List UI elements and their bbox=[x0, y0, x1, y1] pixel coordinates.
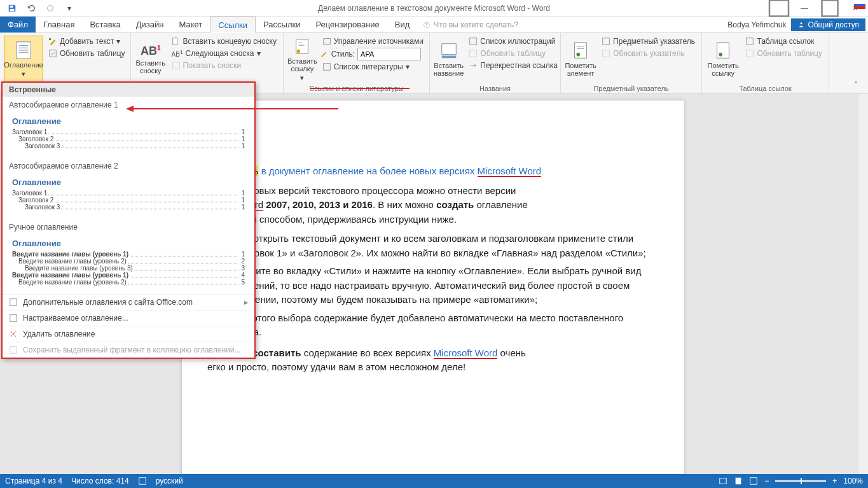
update-authorities-button: Обновить таблицу bbox=[743, 48, 825, 59]
save-icon[interactable] bbox=[4, 1, 20, 16]
tab-home[interactable]: Главная bbox=[36, 17, 82, 32]
qat-dropdown-icon[interactable]: ▾ bbox=[61, 1, 78, 16]
tab-references[interactable]: Ссылки bbox=[210, 17, 256, 33]
tab-insert[interactable]: Вставка bbox=[82, 17, 128, 32]
tab-review[interactable]: Рецензирование bbox=[308, 17, 387, 32]
update-figures-button: Обновить таблицу bbox=[466, 48, 560, 59]
svg-rect-19 bbox=[172, 62, 179, 69]
svg-point-16 bbox=[49, 38, 52, 41]
manage-sources-button[interactable]: Управление источниками bbox=[320, 36, 426, 47]
redo-icon[interactable] bbox=[42, 1, 59, 16]
insert-index-button[interactable]: Предметный указатель bbox=[599, 36, 698, 47]
list-figures-button[interactable]: Список иллюстраций bbox=[466, 36, 560, 47]
toc-dropdown: Встроенные Автособираемое оглавление 1 О… bbox=[1, 81, 256, 359]
svg-rect-30 bbox=[603, 38, 610, 45]
zoom-out-icon[interactable]: − bbox=[764, 477, 769, 485]
maximize-icon[interactable] bbox=[817, 0, 843, 17]
save-toc-selection: Сохранить выделенный фрагмент в коллекци… bbox=[3, 342, 254, 358]
svg-rect-25 bbox=[441, 56, 456, 59]
svg-rect-35 bbox=[747, 50, 754, 57]
dropdown-section-builtin: Встроенные bbox=[3, 83, 254, 97]
language-flag-icon[interactable] bbox=[854, 1, 865, 9]
print-layout-icon[interactable] bbox=[734, 477, 743, 485]
tab-view[interactable]: Вид bbox=[387, 17, 418, 32]
mark-citation-button[interactable]: Пометить ссылку bbox=[706, 36, 740, 83]
toc-button[interactable]: Оглавление▾ bbox=[4, 36, 43, 83]
add-text-button[interactable]: Добавить текст ▾ bbox=[46, 36, 128, 47]
svg-rect-43 bbox=[736, 478, 741, 485]
toc-auto2-option[interactable]: Автособираемое оглавление 2 bbox=[3, 158, 254, 172]
insert-footnote-button[interactable]: AB1 Вставить сноску bbox=[135, 36, 167, 83]
update-index-button: Обновить указатель bbox=[599, 48, 698, 59]
svg-rect-4 bbox=[822, 0, 838, 16]
cross-reference-button[interactable]: Перекрестная ссылка bbox=[466, 60, 560, 71]
bibliography-button[interactable]: Список литературы ▾ bbox=[320, 61, 426, 73]
next-footnote-button[interactable]: AB1Следующая сноска ▾ bbox=[169, 48, 279, 59]
insert-endnote-button[interactable]: Вставить концевую сноску bbox=[169, 36, 279, 47]
svg-rect-34 bbox=[747, 38, 754, 45]
show-footnotes-button: Показать сноски bbox=[169, 60, 279, 71]
svg-rect-31 bbox=[603, 50, 610, 57]
svg-rect-23 bbox=[323, 64, 330, 71]
insert-caption-button[interactable]: Вставить название bbox=[434, 36, 464, 83]
toc-auto1-option[interactable]: Автособираемое оглавление 1 bbox=[3, 97, 254, 111]
svg-rect-37 bbox=[10, 315, 17, 322]
svg-point-33 bbox=[719, 53, 723, 57]
svg-rect-41 bbox=[139, 478, 146, 485]
zoom-level[interactable]: 100% bbox=[843, 477, 863, 485]
remove-toc[interactable]: Удалить оглавление bbox=[3, 326, 254, 342]
titlebar: ▾ Делаем оглавление в текстовом документ… bbox=[0, 0, 868, 17]
status-words[interactable]: Число слов: 414 bbox=[71, 477, 129, 485]
mark-entry-button[interactable]: Пометить элемент bbox=[565, 36, 596, 83]
zoom-slider[interactable] bbox=[775, 480, 826, 482]
svg-rect-28 bbox=[575, 43, 587, 58]
svg-rect-17 bbox=[50, 50, 57, 57]
vertical-scrollbar[interactable] bbox=[858, 94, 868, 474]
svg-rect-26 bbox=[470, 38, 477, 45]
citation-style-select[interactable] bbox=[357, 48, 421, 60]
svg-rect-6 bbox=[854, 4, 865, 6]
ribbon-tabs: Файл Главная Вставка Дизайн Макет Ссылки… bbox=[0, 17, 868, 33]
toc-manual-option[interactable]: Ручное оглавление bbox=[3, 219, 254, 233]
toc-auto2-preview[interactable]: Оглавление Заголовок 11 Заголовок 21 Заг… bbox=[9, 173, 248, 214]
svg-rect-27 bbox=[470, 50, 477, 57]
toc-auto1-preview[interactable]: Оглавление Заголовок 11 Заголовок 21 Заг… bbox=[9, 112, 248, 153]
tab-layout[interactable]: Макет bbox=[171, 17, 210, 32]
svg-rect-38 bbox=[10, 347, 17, 354]
svg-rect-24 bbox=[441, 44, 456, 55]
read-mode-icon[interactable] bbox=[719, 477, 727, 485]
tab-design[interactable]: Дизайн bbox=[128, 17, 172, 32]
toc-manual-preview[interactable]: Оглавление Введите название главы (урове… bbox=[9, 234, 248, 289]
svg-rect-9 bbox=[426, 22, 427, 25]
more-toc-online[interactable]: Дополнительные оглавления с сайта Office… bbox=[3, 294, 254, 310]
web-layout-icon[interactable] bbox=[749, 477, 758, 485]
svg-rect-22 bbox=[323, 39, 330, 45]
svg-rect-3 bbox=[769, 0, 789, 16]
tab-file[interactable]: Файл bbox=[0, 17, 36, 32]
svg-point-21 bbox=[297, 49, 301, 53]
status-language[interactable]: русский bbox=[156, 477, 183, 485]
svg-rect-32 bbox=[717, 43, 729, 58]
undo-icon[interactable] bbox=[23, 1, 39, 16]
custom-toc[interactable]: Настраиваемое оглавление... bbox=[3, 310, 254, 326]
svg-rect-0 bbox=[10, 5, 13, 8]
insert-authorities-button[interactable]: Таблица ссылок bbox=[743, 36, 825, 47]
svg-rect-44 bbox=[750, 478, 757, 485]
tell-me-input[interactable]: Что вы хотите сделать? bbox=[422, 17, 518, 32]
minimize-icon[interactable]: — bbox=[792, 0, 817, 17]
status-page[interactable]: Страница 4 из 4 bbox=[5, 477, 62, 485]
document-page[interactable]: ак вставить в документ оглавление на бол… bbox=[182, 101, 684, 474]
ribbon-display-icon[interactable] bbox=[766, 0, 792, 17]
annotation-underline bbox=[310, 88, 410, 89]
insert-citation-button[interactable]: Вставить ссылку▾ bbox=[287, 36, 317, 83]
tab-mailings[interactable]: Рассылки bbox=[256, 17, 308, 32]
citation-style-row[interactable]: Стиль: bbox=[320, 48, 426, 60]
zoom-in-icon[interactable]: + bbox=[832, 477, 837, 485]
svg-rect-7 bbox=[854, 6, 865, 9]
collapse-ribbon-icon[interactable]: ˄ bbox=[854, 81, 864, 91]
svg-rect-5 bbox=[854, 1, 865, 4]
update-table-button[interactable]: Обновить таблицу bbox=[46, 48, 128, 59]
spellcheck-icon[interactable] bbox=[138, 477, 147, 485]
svg-rect-1 bbox=[10, 8, 15, 11]
user-name[interactable]: Bodya Yefimchuk bbox=[727, 20, 786, 29]
